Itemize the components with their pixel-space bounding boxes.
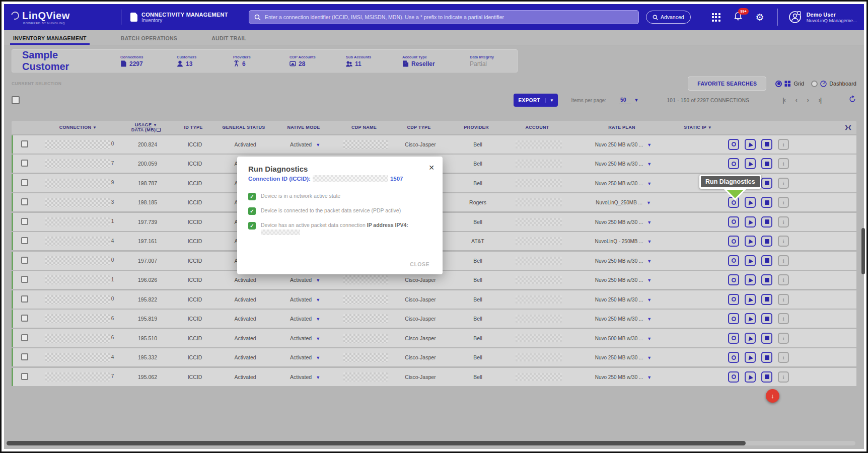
connection-cell[interactable]: 4 [36, 237, 123, 246]
sim-details-button[interactable] [761, 178, 772, 189]
run-diagnostics-button[interactable] [745, 333, 756, 344]
export-dropdown-arrow[interactable]: ▼ [545, 98, 558, 103]
row-checkbox[interactable] [21, 353, 28, 360]
rate-plan-cell[interactable]: Nuvo 250 MB w/30 ...▼ [569, 161, 678, 167]
rate-plan-cell[interactable]: NuvoLinQ_250MB ...▼ [569, 199, 678, 205]
refresh-button[interactable] [848, 95, 856, 105]
chevron-down-icon[interactable]: ▼ [316, 355, 320, 360]
sim-details-button[interactable] [761, 197, 772, 208]
sim-details-button[interactable] [761, 255, 772, 266]
row-checkbox[interactable] [21, 315, 28, 322]
view-toggle-dashboard[interactable]: Dashboard [811, 81, 856, 87]
vertical-scrollbar-thumb[interactable] [861, 228, 865, 274]
run-diagnostics-button[interactable] [745, 313, 756, 324]
connection-cell[interactable]: 1 [36, 217, 123, 226]
native-mode-cell[interactable]: Activated▼ [273, 277, 337, 283]
export-button[interactable]: EXPORT ▼ [514, 94, 558, 107]
chevron-down-icon[interactable]: ▼ [647, 297, 652, 303]
connection-status-button[interactable] [728, 294, 739, 305]
connection-cell[interactable]: 0 [36, 295, 123, 304]
column-header-cdp-name[interactable]: CDP NAME [336, 125, 392, 130]
column-header-general-status[interactable]: GENERAL STATUS [216, 125, 271, 130]
chevron-down-icon[interactable]: ▼ [647, 239, 652, 244]
sim-details-button[interactable] [761, 236, 772, 247]
items-per-page-select[interactable]: 50 [619, 97, 631, 104]
run-diagnostics-button[interactable] [745, 294, 756, 305]
chevron-down-icon[interactable]: ▼ [647, 336, 652, 341]
row-checkbox[interactable] [21, 160, 28, 167]
chevron-down-icon[interactable]: ▼ [647, 278, 652, 283]
chevron-down-icon[interactable]: ▼ [316, 336, 320, 341]
rate-plan-cell[interactable]: Nuvo 250 MB w/30 ...▼ [569, 258, 678, 264]
column-header-native-mode[interactable]: NATIVE MODE [271, 125, 336, 130]
chevron-down-icon[interactable]: ▼ [316, 278, 320, 283]
row-checkbox[interactable] [21, 276, 28, 283]
native-mode-cell[interactable]: Activated▼ [273, 316, 337, 322]
connection-cell[interactable]: 3 [36, 198, 123, 207]
search-input[interactable] [265, 14, 633, 20]
chevron-down-icon[interactable]: ▼ [316, 317, 320, 322]
user-menu[interactable]: Demo User NuvoLinQ Manageme... [788, 10, 857, 24]
row-checkbox[interactable] [21, 334, 28, 341]
sim-details-button[interactable] [761, 158, 772, 169]
row-checkbox[interactable] [21, 257, 28, 264]
rate-plan-cell[interactable]: Nuvo 250 MB w/30 ...▼ [569, 277, 678, 283]
column-header-cdp-type[interactable]: CDP TYPE [392, 125, 446, 130]
horizontal-scrollbar-thumb[interactable] [7, 441, 746, 445]
run-diagnostics-button[interactable] [745, 158, 756, 169]
chevron-down-icon[interactable]: ▼ [647, 317, 652, 322]
native-mode-cell[interactable]: Activated▼ [273, 374, 337, 380]
connection-cell[interactable]: 0 [36, 140, 123, 149]
rate-plan-cell[interactable]: Nuvo 250 MB w/30 ...▼ [569, 180, 678, 186]
run-diagnostics-button[interactable] [745, 139, 756, 150]
connection-status-button[interactable] [728, 216, 739, 228]
advanced-search-button[interactable]: Advanced [646, 11, 691, 24]
chevron-down-icon[interactable]: ▼ [647, 375, 652, 380]
column-header-provider[interactable]: PROVIDER [446, 125, 507, 130]
column-header-static-ip[interactable]: STATIC IP ▼ [676, 125, 719, 130]
chevron-down-icon[interactable]: ▼ [634, 98, 639, 103]
connection-status-button[interactable] [728, 274, 739, 285]
connection-status-button[interactable] [728, 371, 739, 383]
run-diagnostics-button[interactable] [745, 274, 756, 285]
row-checkbox[interactable] [21, 373, 28, 380]
chevron-down-icon[interactable]: ▼ [647, 162, 652, 167]
sim-details-button[interactable] [761, 139, 772, 150]
connection-status-button[interactable] [728, 158, 739, 169]
connection-status-button[interactable] [728, 139, 739, 150]
rate-plan-cell[interactable]: Nuvo 250 MB w/30 ...▼ [569, 141, 678, 147]
connection-status-button[interactable] [728, 333, 739, 344]
chevron-down-icon[interactable]: ▼ [316, 142, 320, 147]
connection-cell[interactable]: 4 [36, 353, 123, 362]
scroll-down-fab[interactable]: ↓ [766, 389, 779, 403]
row-checkbox[interactable] [21, 198, 28, 205]
view-toggle-grid[interactable]: Grid [775, 81, 804, 87]
chevron-down-icon[interactable]: ▼ [647, 355, 652, 360]
rate-plan-cell[interactable]: Nuvo 500 MB w/30 ...▼ [569, 335, 678, 341]
rate-plan-cell[interactable]: NuvoLinQ - 250MB ...▼ [569, 238, 678, 244]
rate-plan-cell[interactable]: Nuvo 250 MB w/30 ...▼ [569, 296, 678, 303]
row-checkbox[interactable] [21, 295, 28, 303]
connection-search-bar[interactable] [249, 10, 639, 24]
chevron-down-icon[interactable]: ▼ [647, 220, 652, 225]
sim-details-button[interactable] [761, 274, 772, 285]
connection-cell[interactable]: 9 [36, 179, 123, 188]
select-all-checkbox[interactable] [12, 96, 20, 104]
sim-details-button[interactable] [761, 371, 772, 383]
modal-close-button[interactable]: CLOSE [410, 261, 429, 267]
chevron-down-icon[interactable]: ▼ [316, 375, 320, 380]
connection-status-button[interactable] [728, 255, 739, 266]
connection-status-button[interactable] [728, 352, 739, 363]
run-diagnostics-button[interactable] [745, 352, 756, 363]
connection-cell[interactable]: 1 [36, 275, 123, 284]
close-icon[interactable]: ✕ [428, 164, 435, 172]
row-checkbox[interactable] [21, 218, 28, 225]
connection-cell[interactable]: 6 [36, 334, 123, 343]
native-mode-cell[interactable]: Activated▼ [273, 335, 337, 341]
first-page-button[interactable]: |‹ [782, 97, 785, 104]
sim-details-button[interactable] [761, 216, 772, 228]
data-filter-icon[interactable] [157, 128, 161, 132]
sim-details-button[interactable] [761, 294, 772, 305]
rate-plan-cell[interactable]: Nuvo 250 MB w/30 ...▼ [569, 354, 678, 360]
connection-cell[interactable]: 7 [36, 159, 123, 168]
